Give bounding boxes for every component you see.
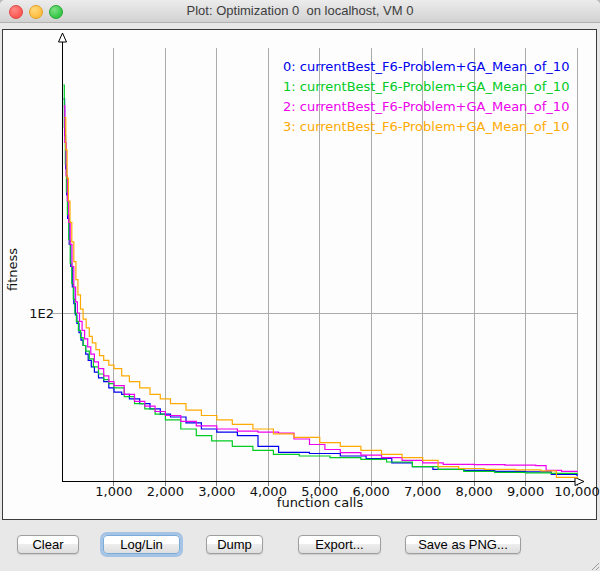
- x-tick-label: 6,000: [353, 484, 390, 499]
- legend: 0: currentBest_F6-Problem+GA_Mean_of_10 …: [283, 57, 569, 137]
- legend-entry: 1: currentBest_F6-Problem+GA_Mean_of_10: [283, 77, 569, 97]
- clear-button[interactable]: Clear: [17, 535, 79, 554]
- window-title: Plot: Optimization 0 on localhost, VM 0: [0, 3, 600, 18]
- x-tick-label: 1,000: [95, 484, 132, 499]
- legend-entry: 0: currentBest_F6-Problem+GA_Mean_of_10: [283, 57, 569, 77]
- x-tick-label: 2,000: [147, 484, 184, 499]
- x-tick-label: 4,000: [250, 484, 287, 499]
- legend-entry: 3: currentBest_F6-Problem+GA_Mean_of_10: [283, 117, 569, 137]
- x-tick-label: 5,000: [301, 484, 338, 499]
- x-tick-label: 3,000: [198, 484, 235, 499]
- plot-window: Plot: Optimization 0 on localhost, VM 0 …: [0, 0, 600, 571]
- x-tick-label: 7,000: [404, 484, 441, 499]
- titlebar[interactable]: Plot: Optimization 0 on localhost, VM 0: [0, 0, 600, 23]
- y-axis-label: fitness: [5, 247, 20, 293]
- x-tick-label: 10,000: [554, 484, 600, 499]
- x-tick-label: 8,000: [455, 484, 492, 499]
- resize-grip-icon[interactable]: [589, 560, 599, 570]
- save-png-button[interactable]: Save as PNG...: [405, 535, 521, 554]
- dump-button[interactable]: Dump: [206, 535, 263, 554]
- loglin-button[interactable]: Log/Lin: [103, 535, 180, 554]
- x-tick-label: 9,000: [507, 484, 544, 499]
- export-button[interactable]: Export...: [298, 535, 381, 554]
- legend-entry: 2: currentBest_F6-Problem+GA_Mean_of_10: [283, 97, 569, 117]
- y-tick-label: 1E2: [24, 306, 54, 321]
